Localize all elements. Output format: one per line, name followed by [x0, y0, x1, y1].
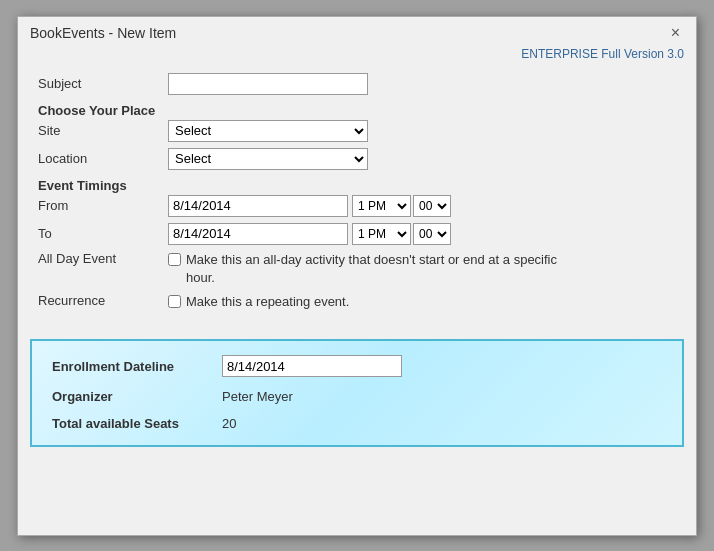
from-minute-select[interactable]: 00153045 — [413, 195, 451, 217]
enrollment-label: Enrollment Dateline — [52, 359, 222, 374]
dialog-window: BookEvents - New Item × ENTERPRISE Full … — [17, 16, 697, 536]
to-date-input[interactable] — [168, 223, 348, 245]
from-date-input[interactable] — [168, 195, 348, 217]
organizer-label: Organizer — [52, 389, 222, 404]
dialog-title: BookEvents - New Item — [30, 25, 176, 41]
all-day-desc: Make this an all-day activity that doesn… — [186, 251, 566, 287]
form-area: Subject Choose Your Place Site Select Lo… — [18, 69, 696, 330]
enrollment-row: Enrollment Dateline — [52, 355, 662, 377]
seats-label: Total available Seats — [52, 416, 222, 431]
all-day-label: All Day Event — [38, 251, 168, 266]
close-button[interactable]: × — [667, 25, 684, 41]
to-time-group: 1 AM2 AM3 AM4 AM 5 AM6 AM7 AM8 AM 9 AM10… — [352, 223, 451, 245]
all-day-checkbox[interactable] — [168, 253, 181, 266]
dialog-titlebar: BookEvents - New Item × — [18, 17, 696, 45]
all-day-row: All Day Event Make this an all-day activ… — [38, 251, 676, 287]
location-select[interactable]: Select — [168, 148, 368, 170]
from-hour-select[interactable]: 1 AM2 AM3 AM4 AM 5 AM6 AM7 AM8 AM 9 AM10… — [352, 195, 411, 217]
subject-input[interactable] — [168, 73, 368, 95]
recurrence-desc: Make this a repeating event. — [186, 293, 349, 311]
organizer-value: Peter Meyer — [222, 389, 293, 404]
recurrence-row: Recurrence Make this a repeating event. — [38, 293, 676, 311]
recurrence-label: Recurrence — [38, 293, 168, 308]
from-label: From — [38, 198, 168, 213]
event-timings-heading: Event Timings — [38, 178, 676, 193]
subject-label: Subject — [38, 76, 168, 91]
organizer-row: Organizer Peter Meyer — [52, 389, 662, 404]
to-row: To 1 AM2 AM3 AM4 AM 5 AM6 AM7 AM8 AM 9 A… — [38, 223, 676, 245]
highlight-box: Enrollment Dateline Organizer Peter Meye… — [30, 339, 684, 447]
subject-row: Subject — [38, 73, 676, 95]
to-hour-select[interactable]: 1 AM2 AM3 AM4 AM 5 AM6 AM7 AM8 AM 9 AM10… — [352, 223, 411, 245]
site-label: Site — [38, 123, 168, 138]
all-day-content: Make this an all-day activity that doesn… — [168, 251, 566, 287]
seats-value: 20 — [222, 416, 236, 431]
enrollment-date-input[interactable] — [222, 355, 402, 377]
from-time-group: 1 AM2 AM3 AM4 AM 5 AM6 AM7 AM8 AM 9 AM10… — [352, 195, 451, 217]
to-label: To — [38, 226, 168, 241]
location-label: Location — [38, 151, 168, 166]
location-row: Location Select — [38, 148, 676, 170]
seats-row: Total available Seats 20 — [52, 416, 662, 431]
to-minute-select[interactable]: 00153045 — [413, 223, 451, 245]
from-row: From 1 AM2 AM3 AM4 AM 5 AM6 AM7 AM8 AM 9… — [38, 195, 676, 217]
site-row: Site Select — [38, 120, 676, 142]
site-select[interactable]: Select — [168, 120, 368, 142]
version-text: ENTERPRISE Full Version 3.0 — [18, 45, 696, 69]
choose-place-heading: Choose Your Place — [38, 103, 676, 118]
recurrence-content: Make this a repeating event. — [168, 293, 349, 311]
recurrence-checkbox[interactable] — [168, 295, 181, 308]
